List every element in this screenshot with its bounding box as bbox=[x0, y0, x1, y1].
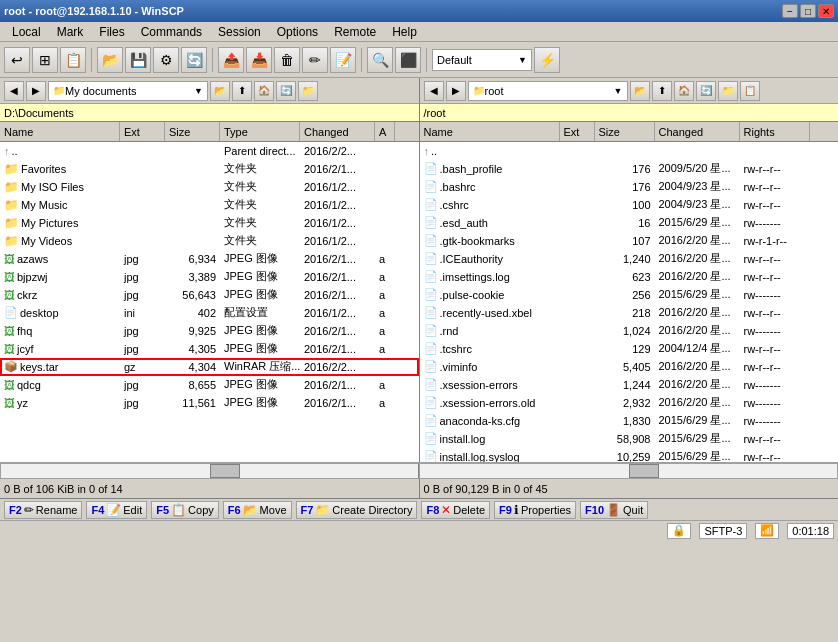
left-file-row[interactable]: 📦 keys.tar gz 4,304 WinRAR 压缩... 2016/2/… bbox=[0, 358, 419, 376]
f5-copy-button[interactable]: F5 📋 Copy bbox=[151, 501, 219, 519]
right-file-row[interactable]: 📄 .xsession-errors 1,244 2016/2/20 星... … bbox=[420, 376, 839, 394]
left-col-size[interactable]: Size bbox=[165, 122, 220, 141]
left-file-row[interactable]: 🖼 yz jpg 11,561 JPEG 图像 2016/2/1... a bbox=[0, 394, 419, 412]
left-nav-refresh[interactable]: 🔄 bbox=[276, 81, 296, 101]
left-col-name[interactable]: Name bbox=[0, 122, 120, 141]
left-file-row[interactable]: 🖼 ckrz jpg 56,643 JPEG 图像 2016/2/1... a bbox=[0, 286, 419, 304]
f4-edit-button[interactable]: F4 📝 Edit bbox=[86, 501, 147, 519]
right-file-row[interactable]: 📄 .pulse-cookie 256 2015/6/29 星... rw---… bbox=[420, 286, 839, 304]
profile-dropdown[interactable]: Default ▼ bbox=[432, 49, 532, 71]
left-file-row[interactable]: 🖼 fhq jpg 9,925 JPEG 图像 2016/2/1... a bbox=[0, 322, 419, 340]
right-nav-home[interactable]: 🏠 bbox=[674, 81, 694, 101]
right-col-ext[interactable]: Ext bbox=[560, 122, 595, 141]
left-file-row[interactable]: 🖼 jcyf jpg 4,305 JPEG 图像 2016/2/1... a bbox=[0, 340, 419, 358]
right-file-row[interactable]: 📄 .recently-used.xbel 218 2016/2/20 星...… bbox=[420, 304, 839, 322]
right-scroll-thumb[interactable] bbox=[629, 464, 659, 478]
right-col-name[interactable]: Name bbox=[420, 122, 560, 141]
toolbar-btn-12[interactable]: 📝 bbox=[330, 47, 356, 73]
toolbar-btn-7[interactable]: 🔄 bbox=[181, 47, 207, 73]
left-file-row[interactable]: 🖼 azaws jpg 6,934 JPEG 图像 2016/2/1... a bbox=[0, 250, 419, 268]
toolbar-btn-9[interactable]: 📥 bbox=[246, 47, 272, 73]
toolbar-btn-10[interactable]: 🗑 bbox=[274, 47, 300, 73]
left-scrollbar[interactable] bbox=[0, 463, 419, 479]
f2-rename-button[interactable]: F2 ✏ Rename bbox=[4, 501, 82, 519]
left-nav-up[interactable]: ⬆ bbox=[232, 81, 252, 101]
menu-help[interactable]: Help bbox=[384, 23, 425, 41]
toolbar-btn-14[interactable]: ⬛ bbox=[395, 47, 421, 73]
right-nav-go[interactable]: 📂 bbox=[630, 81, 650, 101]
left-col-changed[interactable]: Changed bbox=[300, 122, 375, 141]
right-file-row[interactable]: 📄 .viminfo 5,405 2016/2/20 星... rw-r--r-… bbox=[420, 358, 839, 376]
right-nav-refresh[interactable]: 🔄 bbox=[696, 81, 716, 101]
right-nav-up[interactable]: ⬆ bbox=[652, 81, 672, 101]
right-file-row[interactable]: 📄 install.log 58,908 2015/6/29 星... rw-r… bbox=[420, 430, 839, 448]
right-nav-prev[interactable]: ◀ bbox=[424, 81, 444, 101]
left-path-dropdown[interactable]: 📁 My documents ▼ bbox=[48, 81, 208, 101]
left-nav-prev[interactable]: ◀ bbox=[4, 81, 24, 101]
right-scrollbar[interactable] bbox=[419, 463, 838, 479]
menu-remote[interactable]: Remote bbox=[326, 23, 384, 41]
left-file-row[interactable]: 📁 My Music 文件夹 2016/1/2... bbox=[0, 196, 419, 214]
right-file-row[interactable]: 📄 .bash_profile 176 2009/5/20 星... rw-r-… bbox=[420, 160, 839, 178]
maximize-button[interactable]: □ bbox=[800, 4, 816, 18]
f6-move-button[interactable]: F6 📂 Move bbox=[223, 501, 292, 519]
right-file-row[interactable]: 📄 anaconda-ks.cfg 1,830 2015/6/29 星... r… bbox=[420, 412, 839, 430]
left-scroll-thumb[interactable] bbox=[210, 464, 240, 478]
toolbar-btn-1[interactable]: ↩ bbox=[4, 47, 30, 73]
f7-mkdir-button[interactable]: F7 📁 Create Directory bbox=[296, 501, 418, 519]
right-file-row[interactable]: 📄 .imsettings.log 623 2016/2/20 星... rw-… bbox=[420, 268, 839, 286]
right-nav-new[interactable]: 📁 bbox=[718, 81, 738, 101]
menu-commands[interactable]: Commands bbox=[133, 23, 210, 41]
right-col-changed[interactable]: Changed bbox=[655, 122, 740, 141]
toolbar-btn-8[interactable]: 📤 bbox=[218, 47, 244, 73]
right-file-row[interactable]: 📄 .xsession-errors.old 2,932 2016/2/20 星… bbox=[420, 394, 839, 412]
right-file-row[interactable]: 📄 .esd_auth 16 2015/6/29 星... rw------- bbox=[420, 214, 839, 232]
toolbar-btn-2[interactable]: ⊞ bbox=[32, 47, 58, 73]
left-file-row[interactable]: 📁 My Videos 文件夹 2016/1/2... bbox=[0, 232, 419, 250]
minimize-button[interactable]: − bbox=[782, 4, 798, 18]
right-col-size[interactable]: Size bbox=[595, 122, 655, 141]
right-file-row[interactable]: 📄 .rnd 1,024 2016/2/20 星... rw------- bbox=[420, 322, 839, 340]
left-file-row[interactable]: ↑ .. Parent direct... 2016/2/2... bbox=[0, 142, 419, 160]
left-col-ext[interactable]: Ext bbox=[120, 122, 165, 141]
close-button[interactable]: ✕ bbox=[818, 4, 834, 18]
left-file-row[interactable]: 📁 My ISO Files 文件夹 2016/1/2... bbox=[0, 178, 419, 196]
right-file-row[interactable]: 📄 .gtk-bookmarks 107 2016/2/20 星... rw-r… bbox=[420, 232, 839, 250]
toolbar-btn-13[interactable]: 🔍 bbox=[367, 47, 393, 73]
left-file-row[interactable]: 📄 desktop ini 402 配置设置 2016/1/2... a bbox=[0, 304, 419, 322]
f8-delete-button[interactable]: F8 ✕ Delete bbox=[421, 501, 490, 519]
right-file-row[interactable]: 📄 install.log.syslog 10,259 2015/6/29 星.… bbox=[420, 448, 839, 462]
right-file-row[interactable]: 📄 .ICEauthority 1,240 2016/2/20 星... rw-… bbox=[420, 250, 839, 268]
toolbar-btn-11[interactable]: ✏ bbox=[302, 47, 328, 73]
f10-quit-button[interactable]: F10 🚪 Quit bbox=[580, 501, 648, 519]
f9-properties-button[interactable]: F9 ℹ Properties bbox=[494, 501, 576, 519]
right-file-row[interactable]: 📄 .cshrc 100 2004/9/23 星... rw-r--r-- bbox=[420, 196, 839, 214]
right-file-row[interactable]: 📄 .tcshrc 129 2004/12/4 星... rw-r--r-- bbox=[420, 340, 839, 358]
toolbar-btn-5[interactable]: 💾 bbox=[125, 47, 151, 73]
menu-mark[interactable]: Mark bbox=[49, 23, 92, 41]
right-file-row[interactable]: 📄 .bashrc 176 2004/9/23 星... rw-r--r-- bbox=[420, 178, 839, 196]
right-file-row[interactable]: ↑ .. bbox=[420, 142, 839, 160]
toolbar-btn-6[interactable]: ⚙ bbox=[153, 47, 179, 73]
toolbar-btn-4[interactable]: 📂 bbox=[97, 47, 123, 73]
menu-session[interactable]: Session bbox=[210, 23, 269, 41]
right-nav-next[interactable]: ▶ bbox=[446, 81, 466, 101]
left-file-list[interactable]: ↑ .. Parent direct... 2016/2/2... 📁 Favo… bbox=[0, 142, 419, 462]
menu-options[interactable]: Options bbox=[269, 23, 326, 41]
menu-local[interactable]: Local bbox=[4, 23, 49, 41]
right-nav-extra[interactable]: 📋 bbox=[740, 81, 760, 101]
left-col-type[interactable]: Type bbox=[220, 122, 300, 141]
right-path-dropdown[interactable]: 📁 root ▼ bbox=[468, 81, 628, 101]
left-nav-go[interactable]: 📂 bbox=[210, 81, 230, 101]
right-col-rights[interactable]: Rights bbox=[740, 122, 810, 141]
left-file-row[interactable]: 📁 Favorites 文件夹 2016/2/1... bbox=[0, 160, 419, 178]
left-nav-new[interactable]: 📁 bbox=[298, 81, 318, 101]
left-nav-next[interactable]: ▶ bbox=[26, 81, 46, 101]
left-file-row[interactable]: 🖼 bjpzwj jpg 3,389 JPEG 图像 2016/2/1... a bbox=[0, 268, 419, 286]
left-nav-home[interactable]: 🏠 bbox=[254, 81, 274, 101]
left-col-attr[interactable]: A bbox=[375, 122, 395, 141]
left-file-row[interactable]: 🖼 qdcg jpg 8,655 JPEG 图像 2016/2/1... a bbox=[0, 376, 419, 394]
toolbar-btn-3[interactable]: 📋 bbox=[60, 47, 86, 73]
toolbar-btn-15[interactable]: ⚡ bbox=[534, 47, 560, 73]
left-file-row[interactable]: 📁 My Pictures 文件夹 2016/1/2... bbox=[0, 214, 419, 232]
